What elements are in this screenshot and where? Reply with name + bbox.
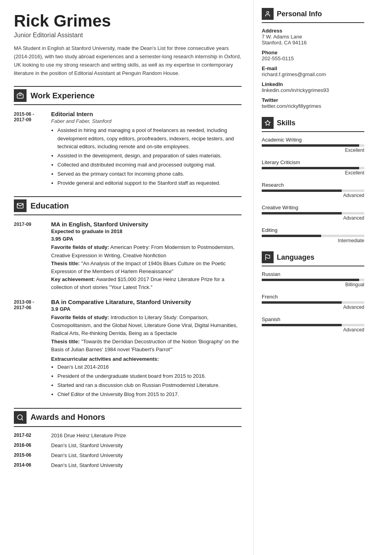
- svg-rect-0: [17, 94, 23, 99]
- svg-marker-6: [265, 120, 270, 125]
- lang-name-2: Spanish: [262, 316, 364, 322]
- work-experience-section-header: Work Experience: [14, 86, 242, 105]
- lang-bar-fill-2: [262, 324, 342, 326]
- email-block: E-mail richard.f.grimes@gmail.com: [262, 65, 364, 77]
- skill-item-1: Literary Criticism Excellent: [262, 159, 364, 176]
- award-name-1: Dean's List, Stanford University: [51, 442, 123, 448]
- award-date-0: 2017-02: [14, 433, 46, 438]
- edu-extracurricular-1: Extracurricular activities and achieveme…: [51, 355, 242, 399]
- education-section-header: Education: [14, 196, 242, 215]
- name-heading: Rick Grimes Junior Editorial Assistant M…: [14, 12, 242, 77]
- edu-fields-0: Favorite fields of study: American Poetr…: [51, 243, 242, 259]
- edu-thesis-label-1: Thesis title:: [51, 339, 80, 344]
- personal-info-title: Personal Info: [277, 10, 322, 18]
- skill-bar-bg-2: [262, 189, 364, 192]
- edu-thesis-1: Thesis title: "Towards the Derridian Dec…: [51, 338, 242, 354]
- work-entry-0: 2015-06 -2017-09 Editorial Intern Faber …: [14, 111, 242, 188]
- skill-level-0: Excellent: [262, 147, 364, 153]
- work-title-0: Editorial Intern: [51, 111, 242, 117]
- skill-level-1: Excellent: [262, 170, 364, 176]
- languages-section-header: Languages: [262, 251, 364, 266]
- edu-fields-label-0: Favorite fields of study:: [51, 244, 109, 250]
- skill-bar-bg-1: [262, 167, 364, 169]
- phone-block: Phone 202-555-0115: [262, 50, 364, 61]
- edu-date-1: 2013-08 -2017-06: [14, 299, 46, 400]
- skill-bar-bg-4: [262, 235, 364, 237]
- skill-bar-bg-0: [262, 144, 364, 147]
- edu-entry-1: 2013-08 -2017-06 BA in Comparative Litar…: [14, 299, 242, 400]
- lang-bar-fill-1: [262, 301, 342, 304]
- phone-label: Phone: [262, 50, 364, 56]
- edu-extracurricular-bullets-1: Dean's List 2014-2016 President of the u…: [51, 363, 242, 399]
- edu-fields-label-1: Favorite fields of study:: [51, 314, 109, 320]
- edu-extracurricular-label-1: Extracurricular activities and achieveme…: [51, 355, 242, 363]
- award-date-1: 2016-06: [14, 442, 46, 448]
- skill-level-3: Advanced: [262, 215, 364, 221]
- edu-expected-0: Expected to graduate in 2018: [51, 228, 242, 234]
- edu-title-1: BA in Comparative Litarature, Stanford U…: [51, 299, 242, 305]
- edu-title-0: MA in English, Stanford University: [51, 221, 242, 228]
- lang-bar-bg-1: [262, 301, 364, 304]
- work-experience-title: Work Experience: [30, 91, 95, 100]
- personal-info-section-header: Personal Info: [262, 8, 364, 23]
- twitter-value: twitter.com/rickyfillygrimes: [262, 103, 364, 109]
- edu-extra-bullet-0: Dean's List 2014-2016: [57, 363, 242, 371]
- awards-section-header: Awards and Honors: [14, 408, 242, 427]
- edu-date-0: 2017-09: [14, 221, 46, 291]
- lang-item-0: Russian Billingual: [262, 271, 364, 287]
- linkedin-label: LinkedIn: [262, 81, 364, 87]
- award-name-0: 2016 Drue Heinz Literature Prize: [51, 433, 126, 438]
- lang-bar-bg-0: [262, 279, 364, 281]
- lang-bar-bg-2: [262, 324, 364, 326]
- edu-thesis-value-1: "Towards the Derridian Decostruction of …: [51, 339, 239, 352]
- lang-name-0: Russian: [262, 271, 364, 277]
- address-block: Address 7 W. Adams LaneStanford, CA 9411…: [262, 28, 364, 46]
- skill-name-1: Literary Criticism: [262, 159, 364, 165]
- skill-bar-fill-3: [262, 212, 342, 214]
- edu-gpa-1: 3.9 GPA: [51, 306, 242, 312]
- award-row-0: 2017-02 2016 Drue Heinz Literature Prize: [14, 433, 242, 438]
- skill-name-3: Creative Writing: [262, 205, 364, 211]
- edu-achievement-label-0: Key achievement:: [51, 276, 95, 282]
- award-name-3: Dean's List, Stanford University: [51, 462, 123, 468]
- work-bullet-0-1: Assisted in the development, design, and…: [57, 152, 242, 160]
- edu-extra-bullet-2: Started and ran a discussion club on Rus…: [57, 381, 242, 389]
- linkedin-block: LinkedIn linkedin.com/in/rickygrimes93: [262, 81, 364, 93]
- award-date-2: 2015-06: [14, 452, 46, 458]
- address-label: Address: [262, 28, 364, 34]
- work-subtitle-0: Faber and Faber, Stanford: [51, 118, 242, 124]
- edu-achievement-0: Key achievement: Awarded $15,000 2017 Dr…: [51, 276, 242, 291]
- work-bullet-0-0: Assisted in hiring and managing a pool o…: [57, 126, 242, 150]
- languages-icon: [262, 251, 274, 263]
- skill-level-2: Advanced: [262, 193, 364, 198]
- award-date-3: 2014-06: [14, 462, 46, 468]
- edu-entry-0: 2017-09 MA in English, Stanford Universi…: [14, 221, 242, 291]
- edu-extra-bullet-3: Chief Editor of the University Blog from…: [57, 390, 242, 398]
- linkedin-value: linkedin.com/in/rickygrimes93: [262, 87, 364, 93]
- award-row-1: 2016-06 Dean's List, Stanford University: [14, 442, 242, 448]
- languages-title: Languages: [277, 253, 314, 262]
- work-date-0: 2015-06 -2017-09: [14, 111, 46, 188]
- skills-icon: [262, 117, 274, 129]
- skills-section-header: Skills: [262, 117, 364, 132]
- personal-info-icon: [262, 8, 274, 20]
- skill-bar-fill-1: [262, 167, 359, 169]
- skill-bar-fill-4: [262, 235, 321, 237]
- award-row-2: 2015-06 Dean's List, Stanford University: [14, 452, 242, 458]
- skill-bar-bg-3: [262, 212, 364, 214]
- job-title: Junior Editorial Assistant: [14, 32, 242, 39]
- svg-point-5: [266, 11, 268, 13]
- lang-level-0: Billingual: [262, 282, 364, 287]
- address-value: 7 W. Adams LaneStanford, CA 94116: [262, 34, 364, 46]
- edu-extra-bullet-1: President of the undergraduate student b…: [57, 372, 242, 380]
- languages-list: Russian Billingual French Advanced Spani…: [262, 271, 364, 333]
- work-bullet-0-3: Served as the primary contact for incomi…: [57, 170, 242, 178]
- email-label: E-mail: [262, 65, 364, 71]
- work-bullet-0-4: Provide general and editorial support to…: [57, 179, 242, 187]
- skill-bar-fill-2: [262, 189, 342, 192]
- twitter-label: Twitter: [262, 97, 364, 103]
- lang-level-2: Advanced: [262, 327, 364, 333]
- work-bullets-0: Assisted in hiring and managing a pool o…: [51, 126, 242, 187]
- award-name-2: Dean's List, Stanford University: [51, 452, 123, 458]
- lang-bar-fill-0: [262, 279, 359, 281]
